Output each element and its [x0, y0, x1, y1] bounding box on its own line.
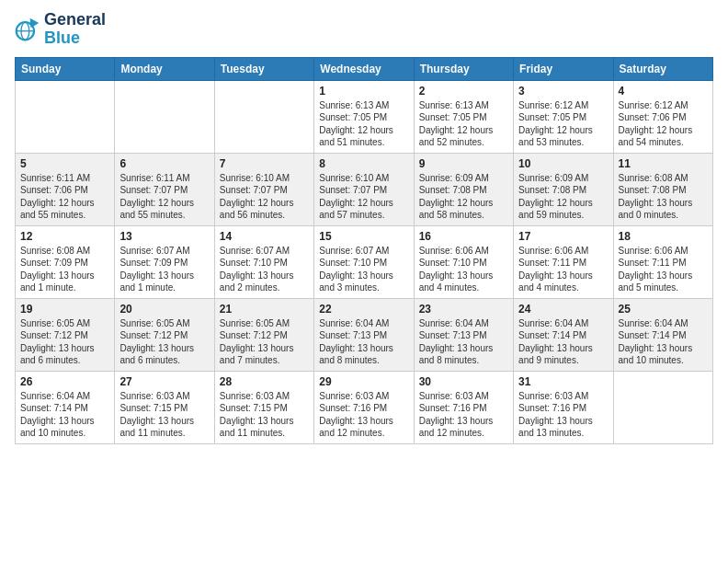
day-info: Sunrise: 6:06 AM Sunset: 7:10 PM Dayligh… — [419, 245, 508, 294]
day-info: Sunrise: 6:04 AM Sunset: 7:13 PM Dayligh… — [319, 317, 408, 367]
day-number: 8 — [319, 157, 408, 170]
calendar-cell: 25Sunrise: 6:04 AM Sunset: 7:14 PM Dayli… — [613, 298, 712, 371]
calendar-cell — [16, 80, 115, 153]
calendar-cell: 3Sunrise: 6:12 AM Sunset: 7:05 PM Daylig… — [514, 80, 613, 153]
day-number: 25 — [619, 303, 708, 316]
day-number: 14 — [220, 230, 309, 243]
calendar-cell: 4Sunrise: 6:12 AM Sunset: 7:06 PM Daylig… — [613, 80, 712, 153]
day-number: 2 — [419, 85, 508, 98]
logo-text-block: General Blue — [44, 11, 106, 48]
day-info: Sunrise: 6:03 AM Sunset: 7:16 PM Dayligh… — [518, 390, 608, 440]
calendar-cell: 27Sunrise: 6:03 AM Sunset: 7:15 PM Dayli… — [115, 371, 214, 443]
calendar-cell — [214, 80, 313, 153]
day-number: 12 — [20, 230, 109, 243]
day-info: Sunrise: 6:05 AM Sunset: 7:12 PM Dayligh… — [20, 317, 109, 367]
page: General Blue SundayMondayTuesdayWednesda… — [0, 0, 728, 563]
day-info: Sunrise: 6:09 AM Sunset: 7:08 PM Dayligh… — [419, 172, 508, 222]
calendar-cell: 16Sunrise: 6:06 AM Sunset: 7:10 PM Dayli… — [414, 225, 513, 298]
day-info: Sunrise: 6:04 AM Sunset: 7:14 PM Dayligh… — [518, 317, 608, 367]
day-info: Sunrise: 6:12 AM Sunset: 7:05 PM Dayligh… — [518, 99, 608, 149]
day-number: 24 — [518, 303, 608, 316]
day-number: 5 — [20, 157, 109, 170]
weekday-header-friday: Friday — [514, 57, 613, 80]
calendar-cell: 8Sunrise: 6:10 AM Sunset: 7:07 PM Daylig… — [314, 153, 414, 225]
day-info: Sunrise: 6:07 AM Sunset: 7:10 PM Dayligh… — [319, 245, 408, 294]
day-number: 31 — [518, 375, 608, 388]
calendar-cell: 23Sunrise: 6:04 AM Sunset: 7:13 PM Dayli… — [414, 298, 513, 371]
day-info: Sunrise: 6:07 AM Sunset: 7:10 PM Dayligh… — [220, 245, 309, 294]
calendar-cell: 20Sunrise: 6:05 AM Sunset: 7:12 PM Dayli… — [115, 298, 214, 371]
weekday-header-saturday: Saturday — [613, 57, 712, 80]
svg-marker-4 — [30, 18, 40, 29]
calendar-cell: 14Sunrise: 6:07 AM Sunset: 7:10 PM Dayli… — [214, 225, 313, 298]
day-number: 3 — [518, 85, 608, 98]
weekday-header-monday: Monday — [115, 57, 214, 80]
day-number: 20 — [119, 303, 209, 316]
day-info: Sunrise: 6:11 AM Sunset: 7:07 PM Dayligh… — [119, 172, 209, 222]
day-number: 29 — [319, 375, 408, 388]
calendar-cell: 29Sunrise: 6:03 AM Sunset: 7:16 PM Dayli… — [314, 371, 414, 443]
logo-icon — [15, 17, 40, 42]
calendar-cell: 17Sunrise: 6:06 AM Sunset: 7:11 PM Dayli… — [514, 225, 613, 298]
day-info: Sunrise: 6:13 AM Sunset: 7:05 PM Dayligh… — [419, 99, 508, 149]
day-info: Sunrise: 6:08 AM Sunset: 7:08 PM Dayligh… — [619, 172, 708, 222]
day-info: Sunrise: 6:03 AM Sunset: 7:16 PM Dayligh… — [319, 390, 408, 440]
calendar-cell: 7Sunrise: 6:10 AM Sunset: 7:07 PM Daylig… — [214, 153, 313, 225]
weekday-header-row: SundayMondayTuesdayWednesdayThursdayFrid… — [16, 57, 713, 80]
weekday-header-thursday: Thursday — [414, 57, 513, 80]
day-number: 15 — [319, 230, 408, 243]
calendar-cell: 30Sunrise: 6:03 AM Sunset: 7:16 PM Dayli… — [414, 371, 513, 443]
calendar-cell: 10Sunrise: 6:09 AM Sunset: 7:08 PM Dayli… — [514, 153, 613, 225]
calendar-cell: 13Sunrise: 6:07 AM Sunset: 7:09 PM Dayli… — [115, 225, 214, 298]
calendar-table: SundayMondayTuesdayWednesdayThursdayFrid… — [15, 57, 713, 444]
calendar-cell: 9Sunrise: 6:09 AM Sunset: 7:08 PM Daylig… — [414, 153, 513, 225]
day-number: 18 — [619, 230, 708, 243]
day-number: 6 — [119, 157, 209, 170]
day-info: Sunrise: 6:06 AM Sunset: 7:11 PM Dayligh… — [619, 245, 708, 294]
day-info: Sunrise: 6:12 AM Sunset: 7:06 PM Dayligh… — [619, 99, 708, 149]
day-number: 10 — [518, 157, 608, 170]
logo-text-blue: Blue — [44, 29, 106, 48]
day-info: Sunrise: 6:05 AM Sunset: 7:12 PM Dayligh… — [119, 317, 209, 367]
calendar-week-row: 26Sunrise: 6:04 AM Sunset: 7:14 PM Dayli… — [16, 371, 713, 443]
day-number: 22 — [319, 303, 408, 316]
day-info: Sunrise: 6:04 AM Sunset: 7:14 PM Dayligh… — [619, 317, 708, 367]
day-number: 26 — [20, 375, 109, 388]
day-number: 19 — [20, 303, 109, 316]
weekday-header-tuesday: Tuesday — [214, 57, 313, 80]
day-info: Sunrise: 6:03 AM Sunset: 7:16 PM Dayligh… — [419, 390, 508, 440]
day-number: 4 — [619, 85, 708, 98]
day-info: Sunrise: 6:07 AM Sunset: 7:09 PM Dayligh… — [119, 245, 209, 294]
calendar-week-row: 12Sunrise: 6:08 AM Sunset: 7:09 PM Dayli… — [16, 225, 713, 298]
day-number: 23 — [419, 303, 508, 316]
day-number: 27 — [119, 375, 209, 388]
day-number: 7 — [220, 157, 309, 170]
day-number: 17 — [518, 230, 608, 243]
calendar-week-row: 1Sunrise: 6:13 AM Sunset: 7:05 PM Daylig… — [16, 80, 713, 153]
day-number: 13 — [119, 230, 209, 243]
calendar-cell: 6Sunrise: 6:11 AM Sunset: 7:07 PM Daylig… — [115, 153, 214, 225]
calendar-week-row: 5Sunrise: 6:11 AM Sunset: 7:06 PM Daylig… — [16, 153, 713, 225]
day-info: Sunrise: 6:10 AM Sunset: 7:07 PM Dayligh… — [319, 172, 408, 222]
calendar-cell: 12Sunrise: 6:08 AM Sunset: 7:09 PM Dayli… — [16, 225, 115, 298]
calendar-cell: 11Sunrise: 6:08 AM Sunset: 7:08 PM Dayli… — [613, 153, 712, 225]
day-number: 1 — [319, 85, 408, 98]
day-info: Sunrise: 6:09 AM Sunset: 7:08 PM Dayligh… — [518, 172, 608, 222]
day-number: 9 — [419, 157, 508, 170]
weekday-header-sunday: Sunday — [16, 57, 115, 80]
day-info: Sunrise: 6:08 AM Sunset: 7:09 PM Dayligh… — [20, 245, 109, 294]
calendar-cell: 5Sunrise: 6:11 AM Sunset: 7:06 PM Daylig… — [16, 153, 115, 225]
calendar-cell: 18Sunrise: 6:06 AM Sunset: 7:11 PM Dayli… — [613, 225, 712, 298]
day-info: Sunrise: 6:03 AM Sunset: 7:15 PM Dayligh… — [119, 390, 209, 440]
day-number: 11 — [619, 157, 708, 170]
day-info: Sunrise: 6:11 AM Sunset: 7:06 PM Dayligh… — [20, 172, 109, 222]
calendar-cell: 24Sunrise: 6:04 AM Sunset: 7:14 PM Dayli… — [514, 298, 613, 371]
calendar-cell: 28Sunrise: 6:03 AM Sunset: 7:15 PM Dayli… — [214, 371, 313, 443]
calendar-cell: 21Sunrise: 6:05 AM Sunset: 7:12 PM Dayli… — [214, 298, 313, 371]
day-info: Sunrise: 6:06 AM Sunset: 7:11 PM Dayligh… — [518, 245, 608, 294]
calendar-cell — [613, 371, 712, 443]
day-info: Sunrise: 6:13 AM Sunset: 7:05 PM Dayligh… — [319, 99, 408, 149]
calendar-week-row: 19Sunrise: 6:05 AM Sunset: 7:12 PM Dayli… — [16, 298, 713, 371]
calendar-cell: 26Sunrise: 6:04 AM Sunset: 7:14 PM Dayli… — [16, 371, 115, 443]
calendar-cell — [115, 80, 214, 153]
